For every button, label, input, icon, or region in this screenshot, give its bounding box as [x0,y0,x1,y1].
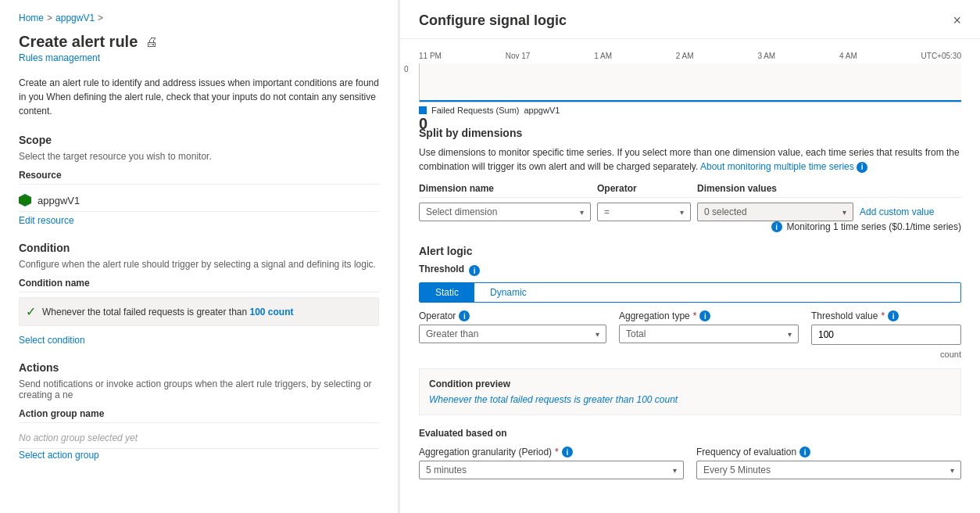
resource-row: appgwV1 [19,189,379,212]
condition-highlight: 100 count [249,307,293,317]
chart-legend-sub: appgwV1 [524,106,560,115]
scope-section-title: Scope [19,134,379,146]
aggregation-type-dropdown[interactable]: Total ▾ [619,325,799,343]
breadcrumb: Home > appgwV1 > [19,13,379,23]
frequency-arrow: ▾ [950,466,954,475]
condition-preview: Condition preview Whenever the total fai… [419,368,961,415]
aggregation-type-value: Total [626,328,646,339]
chart-area: 11 PM Nov 17 1 AM 2 AM 3 AM 4 AM UTC+05:… [419,52,961,114]
scope-subtitle: Select the target resource you wish to m… [19,151,379,162]
threshold-value-input[interactable] [811,325,961,345]
actions-subtitle: Send notifications or invoke action grou… [19,378,379,400]
chart-legend-label: Failed Requests (Sum) [431,106,520,115]
threshold-static-btn[interactable]: Static [420,283,474,302]
monitoring-info: i Monitoring 1 time series ($0.1/time se… [419,221,961,232]
col-operator: Operator [597,183,691,194]
condition-subtitle: Configure when the alert rule should tri… [19,259,379,270]
chart-label-4: 3 AM [757,52,775,60]
frequency-info-icon: i [799,447,810,457]
rules-management-link[interactable]: Rules management [19,52,379,63]
evaluated-row: Aggregation granularity (Period) * i 5 m… [419,447,961,479]
col-dim-values: Dimension values [697,183,853,194]
aggregation-granularity-field: Aggregation granularity (Period) * i 5 m… [419,447,684,479]
edit-resource-link[interactable]: Edit resource [19,215,379,226]
dimension-name-dropdown[interactable]: Select dimension ▾ [419,203,591,221]
granularity-required: * [555,447,559,457]
aggregation-granularity-value: 5 minutes [426,465,467,475]
chart-legend-dot [419,106,427,114]
alert-logic-section: Alert logic Threshold i Static Dynamic O… [419,245,961,359]
close-button[interactable]: × [953,13,961,29]
chart-label-6: UTC+05:30 [921,52,961,60]
dimension-name-value: Select dimension [426,206,497,217]
aggregation-type-label: Aggregation type * i [619,310,799,321]
operator-field-arrow: ▾ [596,330,599,339]
evaluated-title: Evaluated based on [419,428,961,439]
threshold-value-label: Threshold value * i [811,310,961,321]
dim-table-row: Select dimension ▾ = ▾ 0 selected ▾ Add … [419,203,961,221]
threshold-value-info-icon: i [888,310,899,321]
monitoring-link[interactable]: About monitoring multiple time series [700,161,854,172]
frequency-evaluation-dropdown[interactable]: Every 5 Minutes ▾ [696,461,961,479]
chart-label-1: Nov 17 [506,52,531,60]
page-description: Create an alert rule to identify and add… [19,76,379,118]
granularity-arrow: ▾ [673,466,677,475]
modal-body: 11 PM Nov 17 1 AM 2 AM 3 AM 4 AM UTC+05:… [400,39,980,513]
operator-field: Operator i Greater than ▾ [419,310,606,343]
granularity-info-icon: i [562,447,573,457]
dimension-values-arrow: ▾ [842,208,846,217]
condition-preview-title: Condition preview [429,378,951,389]
chart-label-5: 4 AM [839,52,857,60]
threshold-dynamic-btn[interactable]: Dynamic [474,283,542,302]
threshold-required: * [881,310,885,321]
actions-section-title: Actions [19,361,379,374]
condition-preview-text: Whenever the total failed requests is gr… [429,394,951,405]
breadcrumb-home[interactable]: Home [19,13,44,23]
dimension-name-arrow: ▾ [580,208,584,217]
left-panel: Home > appgwV1 > Create alert rule 🖨 Rul… [0,0,399,513]
aggregation-granularity-dropdown[interactable]: 5 minutes ▾ [419,461,684,479]
col-custom [860,183,961,194]
breadcrumb-resource[interactable]: appgwV1 [55,13,95,23]
chart-label-0: 11 PM [419,52,442,60]
aggregation-type-arrow: ▾ [788,330,792,339]
chart-value: 0 [419,115,961,133]
print-icon[interactable]: 🖨 [145,35,158,49]
monitoring-info-icon: i [771,221,782,232]
add-custom-value-link[interactable]: Add custom value [860,206,961,217]
condition-row: ✓ Whenever the total failed requests is … [19,297,379,326]
col-dim-name: Dimension name [419,183,591,194]
select-action-group-link[interactable]: Select action group [19,450,99,461]
resource-name: appgwV1 [38,195,80,206]
operator-field-dropdown[interactable]: Greater than ▾ [419,325,606,343]
dimension-values-value: 0 selected [704,206,747,217]
aggregation-granularity-label: Aggregation granularity (Period) * i [419,447,684,457]
condition-text: Whenever the total failed requests is gr… [42,307,294,317]
frequency-evaluation-value: Every 5 Minutes [703,465,771,475]
breadcrumb-sep1: > [47,13,52,23]
aggregation-required: * [693,310,697,321]
aggregation-info-icon: i [699,310,710,321]
frequency-evaluation-field: Frequency of evaluation i Every 5 Minute… [696,447,961,479]
chart-line [420,100,961,102]
modal-title: Configure signal logic [419,13,567,29]
operator-arrow: ▾ [680,208,684,217]
condition-section-title: Condition [19,242,379,254]
monitoring-info-text: Monitoring 1 time series ($0.1/time seri… [787,221,961,232]
condition-check-icon: ✓ [26,304,36,319]
chart-legend: Failed Requests (Sum) appgwV1 [419,106,961,115]
operator-field-label: Operator i [419,310,606,321]
evaluated-section: Evaluated based on Aggregation granulari… [419,428,961,479]
operator-dropdown[interactable]: = ▾ [597,203,691,221]
select-condition-link[interactable]: Select condition [19,335,85,346]
no-action-text: No action group selected yet [19,428,379,449]
chart-zero-label: 0 [404,65,409,74]
dim-table-header: Dimension name Operator Dimension values [419,183,961,198]
threshold-label: Threshold [419,264,464,274]
info-icon-dim: i [857,162,867,173]
chart-x-axis: 11 PM Nov 17 1 AM 2 AM 3 AM 4 AM UTC+05:… [419,52,961,60]
dimension-values-dropdown[interactable]: 0 selected ▾ [697,203,853,221]
chart-label-3: 2 AM [676,52,694,60]
breadcrumb-sep2: > [98,13,103,23]
aggregation-type-field: Aggregation type * i Total ▾ [619,310,799,343]
